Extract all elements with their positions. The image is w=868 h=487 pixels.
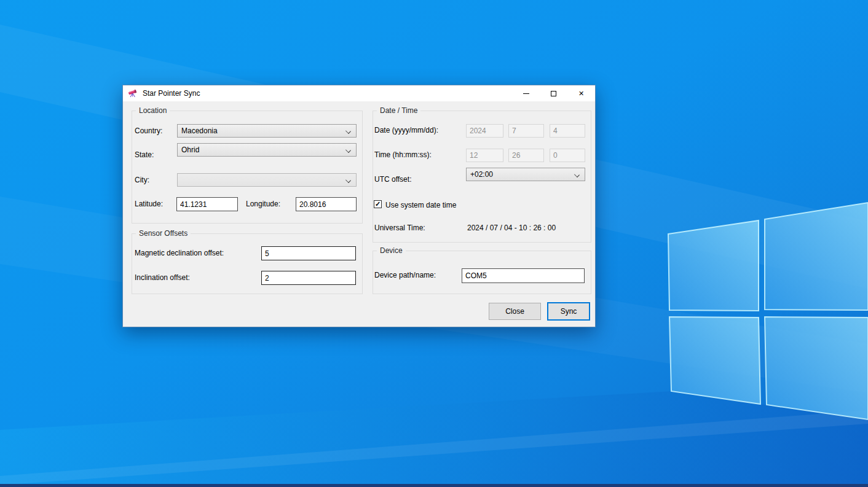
- latitude-input[interactable]: [176, 197, 238, 211]
- window-title: Star Pointer Sync: [143, 89, 512, 98]
- use-system-datetime-label: Use system date time: [385, 201, 456, 209]
- time-hour-input: [466, 149, 503, 162]
- star-pointer-sync-window: Star Pointer Sync ✕ Location Country: Ma…: [122, 85, 596, 327]
- utc-offset-label: UTC offset:: [374, 175, 411, 184]
- time-label: Time (hh:mm:ss):: [374, 150, 432, 159]
- checkmark-icon: ✓: [375, 201, 381, 208]
- chevron-down-icon: [574, 172, 580, 177]
- close-dialog-button[interactable]: Close: [489, 303, 541, 320]
- datetime-group-legend: Date / Time: [377, 106, 420, 115]
- chevron-down-icon: [345, 177, 351, 183]
- chevron-down-icon: [345, 147, 351, 153]
- time-minute-input: [508, 149, 544, 162]
- location-group-legend: Location: [136, 106, 170, 115]
- date-day-input: [550, 124, 585, 138]
- sensor-offsets-group: Sensor Offsets: [132, 233, 363, 294]
- maximize-icon: [551, 91, 556, 96]
- magnetic-declination-label: Magnetic declination offset:: [135, 249, 224, 257]
- date-year-input: [466, 124, 503, 138]
- country-label: Country:: [135, 127, 162, 135]
- utc-offset-dropdown-value: +02:00: [470, 170, 493, 179]
- inclination-offset-input[interactable]: [261, 271, 356, 285]
- maximize-button[interactable]: [540, 85, 567, 101]
- close-button[interactable]: ✕: [567, 85, 595, 101]
- country-dropdown[interactable]: Macedonia: [177, 124, 357, 138]
- city-dropdown[interactable]: [177, 173, 357, 187]
- longitude-label: Longitude:: [246, 200, 280, 208]
- sensor-offsets-group-legend: Sensor Offsets: [136, 229, 191, 238]
- telescope-icon: [128, 88, 138, 98]
- sync-button[interactable]: Sync: [547, 302, 590, 321]
- universal-time-value: 2024 / 07 / 04 - 10 : 26 : 00: [467, 224, 556, 232]
- country-dropdown-value: Macedonia: [181, 127, 218, 135]
- inclination-offset-label: Inclination offset:: [135, 273, 190, 282]
- state-dropdown-value: Ohrid: [181, 146, 199, 154]
- latitude-label: Latitude:: [135, 200, 163, 208]
- time-second-input: [550, 149, 585, 162]
- state-label: State:: [135, 150, 154, 159]
- city-label: City:: [135, 176, 149, 184]
- state-dropdown[interactable]: Ohrid: [177, 143, 357, 157]
- date-month-input: [508, 124, 544, 138]
- longitude-input[interactable]: [296, 197, 357, 211]
- universal-time-label: Universal Time:: [374, 224, 425, 232]
- minimize-icon: [523, 93, 529, 94]
- device-group-legend: Device: [377, 246, 406, 255]
- magnetic-declination-input[interactable]: [261, 246, 356, 260]
- device-path-label: Device path/name:: [374, 271, 436, 279]
- device-path-input[interactable]: [462, 268, 585, 283]
- date-label: Date (yyyy/mm/dd):: [374, 126, 438, 134]
- close-icon: ✕: [578, 90, 584, 97]
- utc-offset-dropdown[interactable]: +02:00: [466, 168, 585, 181]
- dialog-body: Location Country: Macedonia State: Ohrid…: [123, 101, 595, 327]
- titlebar[interactable]: Star Pointer Sync ✕: [123, 85, 595, 101]
- chevron-down-icon: [345, 128, 351, 134]
- minimize-button[interactable]: [512, 85, 540, 101]
- use-system-datetime-checkbox[interactable]: ✓: [374, 200, 382, 208]
